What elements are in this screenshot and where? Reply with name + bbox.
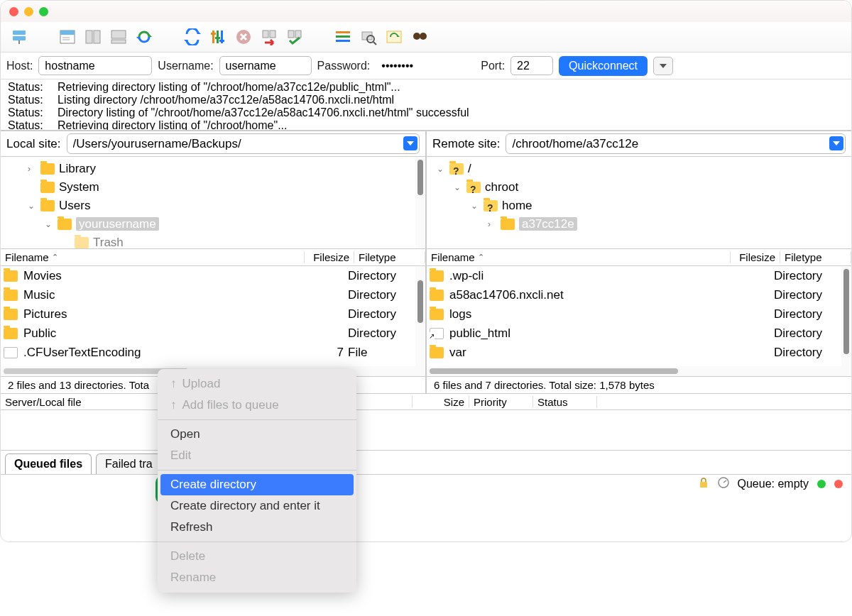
file-row[interactable]: MusicDirectory (1, 285, 415, 304)
queue-col-status[interactable]: Status (533, 396, 597, 408)
svg-rect-0 (13, 31, 26, 35)
file-row[interactable]: .CFUserTextEncoding7File (1, 343, 415, 362)
message-log[interactable]: Status:Retrieving directory listing of "… (1, 79, 851, 131)
find-icon[interactable] (410, 27, 430, 47)
remote-file-headers[interactable]: Filename⌃ Filesize Filetype (427, 249, 851, 266)
compare-icon[interactable] (333, 27, 353, 47)
tree-item[interactable]: ⌄yourusername (5, 215, 411, 233)
quickconnect-button[interactable]: Quickconnect (559, 56, 648, 76)
local-directory-tree[interactable]: ›LibrarySystem⌄Users⌄yourusernameTrash (1, 157, 415, 248)
file-row[interactable]: .wp-cliDirectory (427, 266, 841, 285)
remote-site-path[interactable] (506, 133, 846, 154)
remote-directory-tree[interactable]: ⌄/⌄chroot⌄home›a37cc12e (427, 157, 851, 248)
column-filetype[interactable]: Filetype (359, 251, 396, 263)
svg-line-36 (373, 42, 376, 45)
svg-rect-8 (94, 31, 100, 43)
host-input[interactable] (38, 56, 152, 75)
refresh-icon[interactable] (134, 27, 154, 47)
disconnect-icon[interactable] (259, 27, 279, 47)
file-row[interactable]: public_htmlDirectory (427, 324, 841, 343)
menu-refresh[interactable]: Refresh (158, 517, 356, 538)
remote-status: 6 files and 7 directories. Total size: 1… (427, 376, 851, 393)
svg-rect-31 (336, 31, 350, 33)
menu-create-directory-enter[interactable]: Create directory and enter it (158, 495, 356, 517)
column-filesize[interactable]: Filesize (313, 251, 349, 263)
column-filesize[interactable]: Filesize (739, 251, 775, 263)
username-input[interactable] (219, 56, 312, 75)
local-pane: Local site: ›LibrarySystem⌄Users⌄youruse… (1, 131, 425, 393)
scrollbar[interactable] (841, 266, 851, 366)
svg-rect-18 (211, 33, 216, 35)
svg-rect-33 (336, 40, 350, 42)
file-row[interactable]: .DS_Store (1, 362, 415, 366)
speed-limit-icon[interactable] (718, 477, 729, 491)
cancel-icon[interactable] (234, 27, 253, 47)
svg-rect-4 (60, 31, 75, 35)
menu-edit: Edit (158, 445, 356, 466)
maximize-window-button[interactable] (39, 7, 48, 16)
file-row[interactable]: MoviesDirectory (1, 266, 415, 285)
file-row[interactable]: PublicDirectory (1, 324, 415, 343)
port-input[interactable] (510, 56, 553, 75)
tree-item[interactable]: ⌄/ (431, 160, 847, 178)
queue-col-priority[interactable]: Priority (469, 396, 533, 408)
local-file-headers[interactable]: Filename⌃ Filesize Filetype (1, 249, 425, 266)
column-filename[interactable]: Filename (5, 251, 49, 263)
file-row[interactable]: a58ac14706.nxcli.netDirectory (427, 285, 841, 304)
scrollbar[interactable] (427, 366, 851, 376)
toggle-tree-icon[interactable] (83, 27, 103, 47)
remote-site-label: Remote site: (432, 137, 500, 151)
scrollbar[interactable] (415, 266, 425, 366)
toggle-log-icon[interactable] (58, 27, 77, 47)
menu-open[interactable]: Open (158, 424, 356, 445)
scrollbar[interactable] (415, 157, 425, 248)
svg-rect-32 (336, 35, 350, 38)
tree-item[interactable]: ⌄chroot (431, 178, 847, 197)
tree-item[interactable]: ⌄home (431, 197, 847, 215)
password-input[interactable]: •••••••• (376, 57, 475, 75)
queue-area[interactable] (1, 410, 851, 450)
filter-icon[interactable] (208, 27, 228, 47)
svg-rect-10 (111, 40, 126, 43)
tree-item[interactable]: Trash (5, 233, 411, 249)
minimize-window-button[interactable] (24, 7, 33, 16)
tab-queued-files[interactable]: Queued files (5, 453, 92, 474)
sync-browse-icon[interactable] (384, 27, 404, 47)
file-row[interactable]: logsDirectory (427, 304, 841, 324)
svg-marker-43 (407, 141, 414, 145)
queue-col-size[interactable]: Size (413, 396, 469, 408)
context-menu: ↑Upload ↑Add files to queue Open Edit Cr… (158, 369, 356, 593)
username-label: Username: (158, 60, 213, 72)
queue-header[interactable]: Server/Local file Size Priority Status (1, 393, 851, 410)
svg-rect-25 (270, 31, 275, 38)
file-row[interactable]: varDirectory (427, 343, 841, 362)
tree-item[interactable]: ›a37cc12e (431, 215, 847, 233)
file-row[interactable]: PicturesDirectory (1, 304, 415, 324)
search-icon[interactable] (359, 27, 378, 47)
local-file-list[interactable]: MoviesDirectoryMusicDirectoryPicturesDir… (1, 266, 415, 366)
password-label: Password: (317, 60, 371, 72)
remote-file-list[interactable]: .wp-cliDirectorya58ac14706.nxcli.netDire… (427, 266, 841, 366)
column-filename[interactable]: Filename (431, 251, 475, 263)
svg-marker-44 (833, 141, 840, 145)
remote-pane: Remote site: ⌄/⌄chroot⌄home›a37cc12e Fil… (425, 131, 851, 393)
file-row[interactable]: .bash_history114File (427, 362, 841, 366)
tree-item[interactable]: ⌄Users (5, 197, 411, 215)
tree-item[interactable]: ›Library (5, 160, 411, 178)
toggle-queue-icon[interactable] (109, 27, 129, 47)
quickconnect-history-dropdown[interactable] (653, 57, 673, 75)
tree-item[interactable]: System (5, 178, 411, 197)
lock-icon[interactable] (698, 477, 709, 491)
close-window-button[interactable] (9, 7, 18, 16)
site-manager-icon[interactable] (9, 27, 29, 47)
local-site-path[interactable] (67, 133, 420, 154)
sort-ascending-icon: ⌃ (478, 253, 484, 262)
chevron-down-icon[interactable] (829, 136, 843, 150)
reconnect-icon[interactable] (285, 27, 305, 47)
file-panes: Local site: ›LibrarySystem⌄Users⌄youruse… (1, 131, 851, 393)
column-filetype[interactable]: Filetype (785, 251, 822, 263)
menu-create-directory[interactable]: Create directory (160, 474, 354, 495)
sync-icon[interactable] (182, 27, 202, 47)
chevron-down-icon[interactable] (403, 136, 417, 150)
svg-rect-30 (295, 31, 301, 38)
